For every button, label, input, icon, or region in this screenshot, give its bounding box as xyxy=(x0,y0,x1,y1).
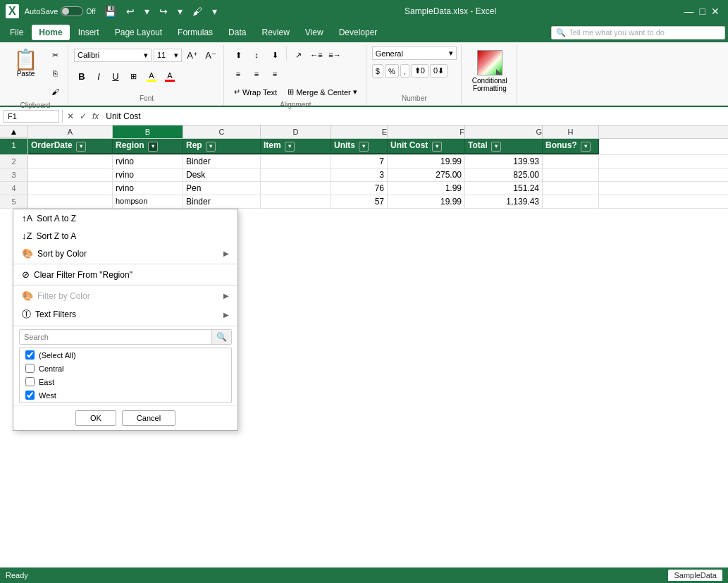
sort-a-to-z-item[interactable]: ↑A Sort A to Z xyxy=(13,209,237,227)
menu-review[interactable]: Review xyxy=(254,25,296,40)
select-all-button[interactable]: ▲ xyxy=(0,125,28,138)
cell-2a[interactable] xyxy=(28,155,113,168)
menu-developer[interactable]: Developer xyxy=(332,25,385,40)
text-angle-button[interactable]: ↗ xyxy=(290,47,307,63)
cell-5b[interactable]: hompson xyxy=(113,195,183,208)
filter-total-button[interactable]: ▾ xyxy=(491,142,501,152)
paint-brush-icon[interactable]: 🖌 xyxy=(190,4,205,18)
cell-2f[interactable]: 19.99 xyxy=(388,155,465,168)
col-header-g[interactable]: G xyxy=(465,125,543,138)
cell-3f[interactable]: 275.00 xyxy=(388,168,465,181)
sort-by-color-item[interactable]: 🎨 Sort by Color ▶ xyxy=(13,245,237,262)
formula-cancel-button[interactable]: ✕ xyxy=(66,110,75,123)
cell-3e[interactable]: 3 xyxy=(331,168,388,181)
formula-input[interactable] xyxy=(103,110,725,123)
col-header-b[interactable]: B xyxy=(113,125,183,138)
indent-decrease-button[interactable]: ←≡ xyxy=(308,47,325,63)
cut-button[interactable]: ✂ xyxy=(47,47,63,63)
cell-5g[interactable]: 1,139.43 xyxy=(465,195,543,208)
cell-4c[interactable]: Pen xyxy=(183,182,261,195)
merge-center-button[interactable]: ⊞ Merge & Center ▾ xyxy=(283,85,362,99)
col-header-c[interactable]: C xyxy=(183,125,261,138)
bold-button[interactable]: B xyxy=(74,68,90,84)
font-color-button[interactable]: A xyxy=(161,68,178,85)
cell-3b[interactable]: rvino xyxy=(113,168,183,181)
maximize-btn[interactable]: □ xyxy=(697,4,708,18)
font-grow-button[interactable]: A⁺ xyxy=(184,47,201,63)
cell-2b[interactable]: rvino xyxy=(113,155,183,168)
font-name-dropdown[interactable]: Calibri ▾ xyxy=(74,49,152,62)
cell-5e[interactable]: 57 xyxy=(331,195,388,208)
cell-5d[interactable] xyxy=(261,195,331,208)
copy-button[interactable]: ⎘ xyxy=(47,65,63,82)
col-header-e[interactable]: E xyxy=(331,125,388,138)
cell-4g[interactable]: 151.24 xyxy=(465,182,543,195)
underline-button[interactable]: U xyxy=(108,68,123,84)
cell-2g[interactable]: 139.93 xyxy=(465,155,543,168)
decimal-decrease-button[interactable]: 0⬇ xyxy=(430,64,448,78)
checkbox-central[interactable] xyxy=(25,364,35,373)
col-header-f[interactable]: F xyxy=(388,125,465,138)
save-icon-btn[interactable]: 💾 xyxy=(101,4,119,18)
percent-button[interactable]: % xyxy=(385,64,399,78)
cell-2h[interactable] xyxy=(543,155,599,168)
col-header-h[interactable]: H xyxy=(543,125,599,138)
autosave-toggle[interactable] xyxy=(61,6,83,16)
cell-5f[interactable]: 19.99 xyxy=(388,195,465,208)
cell-3d[interactable] xyxy=(261,168,331,181)
number-format-dropdown[interactable]: General ▾ xyxy=(372,47,457,60)
check-item-west[interactable]: West xyxy=(20,388,231,402)
menu-insert[interactable]: Insert xyxy=(71,25,106,40)
checkbox-east[interactable] xyxy=(25,377,35,386)
cell-2d[interactable] xyxy=(261,155,331,168)
font-shrink-button[interactable]: A⁻ xyxy=(202,47,219,63)
cell-4f[interactable]: 1.99 xyxy=(388,182,465,195)
wrap-text-button[interactable]: ↵ Wrap Text xyxy=(230,85,281,99)
filter-rep-button[interactable]: ▾ xyxy=(206,142,216,152)
cell-4e[interactable]: 76 xyxy=(331,182,388,195)
filter-unitcost-button[interactable]: ▾ xyxy=(432,142,442,152)
cell-2e[interactable]: 7 xyxy=(331,155,388,168)
check-item-central[interactable]: Central xyxy=(20,362,231,375)
filter-orderdate-button[interactable]: ▾ xyxy=(76,142,86,152)
menu-file[interactable]: File xyxy=(3,25,30,40)
customize-icon[interactable]: ▾ xyxy=(209,4,220,18)
menu-page-layout[interactable]: Page Layout xyxy=(108,25,169,40)
cell-3h[interactable] xyxy=(543,168,599,181)
close-btn[interactable]: ✕ xyxy=(708,4,722,18)
align-center-button[interactable]: ≡ xyxy=(248,66,265,82)
fill-color-button[interactable]: A xyxy=(143,68,160,85)
cell-5a[interactable] xyxy=(28,195,113,208)
menu-view[interactable]: View xyxy=(298,25,331,40)
decimal-increase-button[interactable]: ⬆0 xyxy=(411,64,428,78)
menu-home[interactable]: Home xyxy=(32,25,69,40)
dropdown-cancel-button[interactable]: Cancel xyxy=(122,410,175,426)
align-bottom-button[interactable]: ⬇ xyxy=(266,47,283,63)
filter-by-color-item[interactable]: 🎨 Filter by Color ▶ xyxy=(13,287,237,305)
dropdown-search-input[interactable] xyxy=(20,331,211,343)
cell-3g[interactable]: 825.00 xyxy=(465,168,543,181)
cell-5h[interactable] xyxy=(543,195,599,208)
cell-5c[interactable]: Binder xyxy=(183,195,261,208)
redo-icon-btn[interactable]: ↪ xyxy=(156,4,171,18)
dropdown-ok-button[interactable]: OK xyxy=(75,410,116,426)
align-top-button[interactable]: ⬆ xyxy=(230,47,247,63)
comma-button[interactable]: , xyxy=(400,64,409,78)
redo-arrow-icon[interactable]: ▾ xyxy=(175,4,185,18)
align-right-button[interactable]: ≡ xyxy=(266,66,283,82)
filter-item-button[interactable]: ▾ xyxy=(285,142,295,152)
col-header-d[interactable]: D xyxy=(261,125,331,138)
checkbox-select-all[interactable] xyxy=(25,350,35,360)
italic-button[interactable]: I xyxy=(91,68,106,84)
menu-formulas[interactable]: Formulas xyxy=(171,25,220,40)
cell-reference-box[interactable]: F1 xyxy=(3,110,59,123)
cell-4a[interactable] xyxy=(28,182,113,195)
font-size-dropdown[interactable]: 11 ▾ xyxy=(154,49,182,62)
check-item-east[interactable]: East xyxy=(20,375,231,388)
cell-2c[interactable]: Binder xyxy=(183,155,261,168)
format-painter-button[interactable]: 🖌 xyxy=(47,83,63,100)
paste-button[interactable]: 📋 Paste xyxy=(7,47,44,81)
clear-filter-item[interactable]: ⊘ Clear Filter From "Region" xyxy=(13,266,237,283)
cell-4b[interactable]: rvino xyxy=(113,182,183,195)
checkbox-west[interactable] xyxy=(25,391,35,400)
